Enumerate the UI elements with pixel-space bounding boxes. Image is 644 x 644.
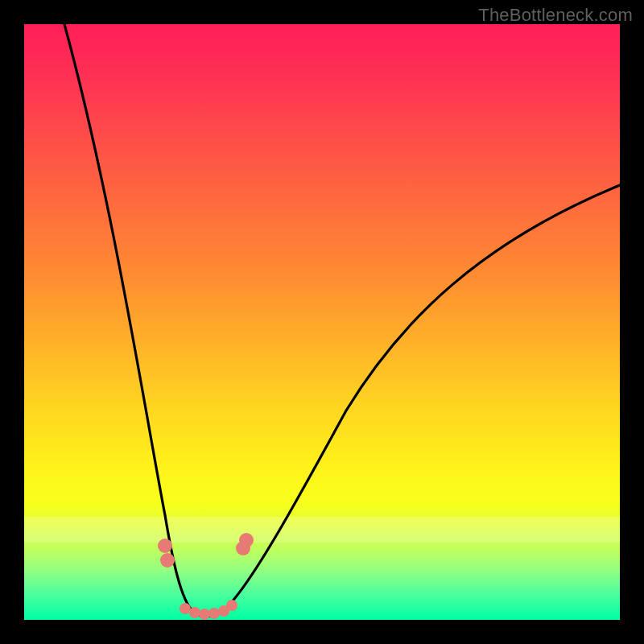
chart-frame: TheBottleneck.com [0, 0, 644, 644]
data-marker [226, 600, 237, 611]
curve-svg [24, 24, 620, 620]
data-marker [160, 553, 175, 568]
plot-area [24, 24, 620, 620]
data-marker [158, 539, 172, 553]
bottleneck-curve-path [64, 24, 620, 617]
data-marker [239, 533, 254, 547]
watermark-text: TheBottleneck.com [478, 5, 633, 26]
